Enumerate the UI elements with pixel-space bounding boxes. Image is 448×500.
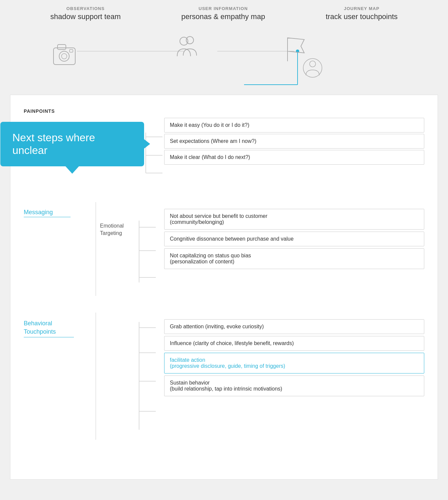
callout-text: Next steps where unclear — [12, 132, 95, 156]
behavioral-items: Grab attention (inviting, evoke curiosit… — [164, 319, 424, 398]
svg-point-8 — [62, 54, 67, 59]
next-steps-item-1: Set expectations (Where am I now?) — [164, 134, 424, 149]
messaging-v-line — [96, 202, 96, 296]
behavioral-item-1: Influence (clarity of choice, lifestyle … — [164, 336, 424, 351]
svg-rect-9 — [70, 50, 73, 52]
emotional-targeting-label: Emotional Targeting — [100, 222, 140, 237]
user-info-subtitle: personas & empathy map — [181, 12, 265, 21]
messaging-section: Messaging Emotional Targeting Not about … — [24, 202, 424, 303]
next-steps-item-0: Make it easy (You do it or I do it?) — [164, 118, 424, 133]
behavioral-section: Behavioral Touchpoints Grab attention (i… — [24, 313, 424, 446]
svg-rect-6 — [58, 45, 66, 50]
observations-subtitle: shadow support team — [50, 12, 121, 21]
main-content-box: PAINPOINTS Next steps where unclear Make… — [10, 95, 438, 480]
behavioral-bracket — [137, 313, 164, 440]
messaging-item-0: Not about service but benefit to custome… — [164, 209, 424, 230]
svg-point-11 — [186, 36, 194, 44]
messaging-item-2: Not capitalizing on status quo bias (per… — [164, 248, 424, 269]
header-col-journey-map: JOURNEY MAP track user touchpoints — [326, 6, 398, 21]
behavioral-v-line — [96, 313, 96, 440]
messaging-items: Not about service but benefit to custome… — [164, 209, 424, 270]
messaging-label: Messaging — [24, 209, 71, 217]
svg-point-7 — [59, 51, 69, 61]
messaging-item-1: Congnitive dissonance between purchase a… — [164, 232, 424, 246]
journey-map-label: JOURNEY MAP — [344, 6, 379, 11]
journey-map-subtitle: track user touchpoints — [326, 12, 398, 21]
behavioral-label: Behavioral Touchpoints — [24, 319, 74, 337]
user-info-label: USER INFORMATION — [199, 6, 248, 11]
callout-pointer — [66, 166, 79, 174]
painpoints-label: PAINPOINTS — [24, 108, 424, 114]
callout-bubble: Next steps where unclear — [0, 122, 144, 166]
svg-rect-5 — [53, 48, 75, 65]
next-steps-item-2: Make it clear (What do I do next?) — [164, 150, 424, 165]
svg-point-13 — [310, 61, 316, 67]
messaging-bracket — [137, 202, 164, 296]
observations-label: OBSERVATIONS — [67, 6, 105, 11]
behavioral-item-0: Grab attention (inviting, evoke curiosit… — [164, 319, 424, 334]
header-col-observations: OBSERVATIONS shadow support team — [50, 6, 121, 21]
header-section: OBSERVATIONS shadow support team USER IN… — [0, 0, 448, 21]
next-steps-items: Make it easy (You do it or I do it?) Set… — [164, 118, 424, 166]
icons-diagram — [10, 24, 438, 95]
behavioral-item-3: Sustain behavior (build relationship, ta… — [164, 376, 424, 396]
header-col-user-info: USER INFORMATION personas & empathy map — [181, 6, 265, 21]
behavioral-item-2: facilitate action (progressive disclosur… — [164, 353, 424, 373]
